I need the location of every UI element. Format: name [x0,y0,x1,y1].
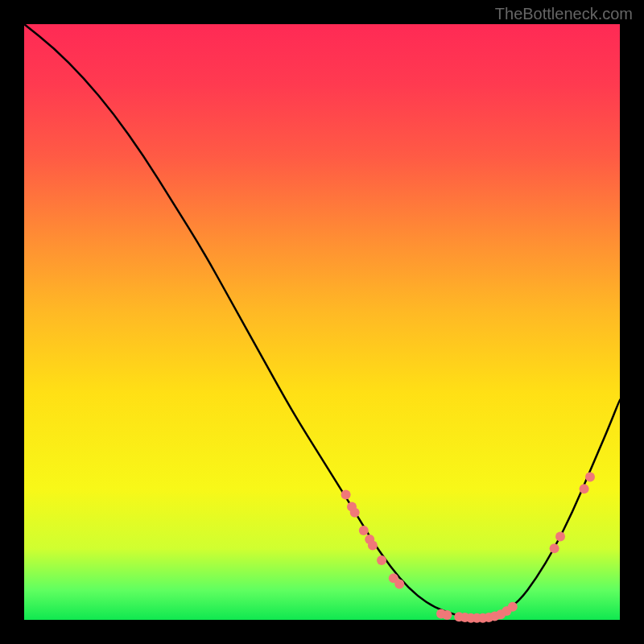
data-marker [359,526,369,535]
data-marker [368,541,378,551]
data-marker [580,484,589,493]
bottleneck-curve [24,24,620,620]
chart-svg [24,24,620,620]
data-marker [550,543,559,553]
scatter-markers [341,472,595,622]
watermark-text: TheBottleneck.com [495,5,633,23]
data-marker [341,490,351,500]
data-marker [585,472,595,481]
plot-area [24,24,620,620]
data-marker [555,531,565,541]
data-marker [508,602,518,612]
data-marker [394,580,404,589]
data-marker [350,508,360,518]
data-marker [377,555,386,565]
data-marker [442,610,452,620]
